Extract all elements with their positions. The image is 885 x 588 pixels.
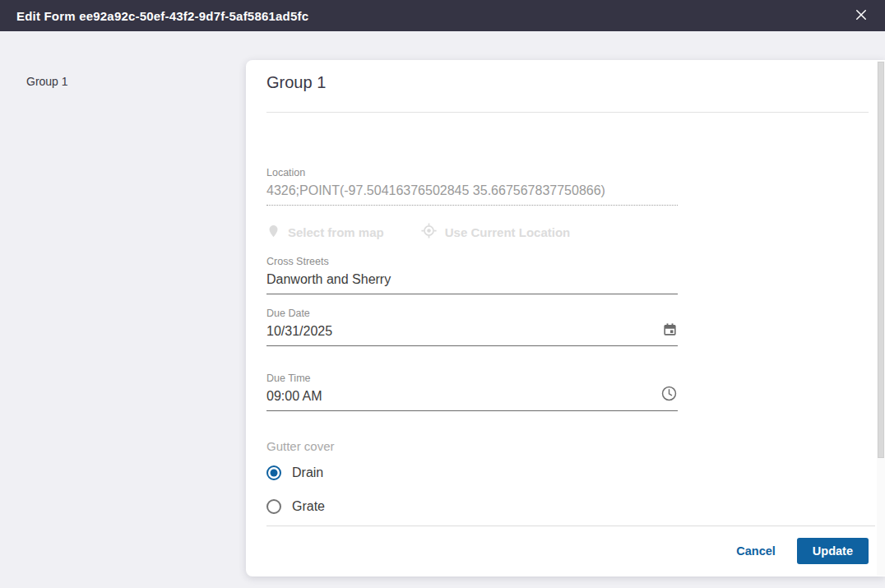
radio-unselected-icon[interactable] (266, 499, 281, 514)
use-current-location-label: Use Current Location (445, 225, 571, 239)
sidebar-item-group-1[interactable]: Group 1 (26, 75, 68, 88)
select-from-map-label: Select from map (288, 225, 384, 239)
radio-option-label: Drain (292, 465, 323, 480)
due-time-input[interactable] (266, 389, 678, 411)
use-current-location-button[interactable]: Use Current Location (420, 222, 571, 242)
panel-title: Group 1 (266, 73, 326, 92)
form-panel: Group 1 Location Select from map (246, 60, 885, 576)
clock-icon[interactable] (660, 385, 678, 405)
close-icon (854, 7, 869, 25)
calendar-icon[interactable] (662, 322, 678, 340)
panel-scrollbar[interactable] (877, 61, 885, 576)
radio-option-drain[interactable]: Drain (266, 465, 335, 480)
radio-option-label: Grate (292, 499, 325, 514)
close-button[interactable] (850, 5, 872, 26)
modal-title: Edit Form ee92a92c-50ef-43f2-9d7f-5af586… (16, 9, 308, 23)
due-time-label: Due Time (266, 373, 678, 384)
update-button[interactable]: Update (797, 538, 869, 564)
due-date-label: Due Date (266, 308, 678, 319)
scrollbar-thumb[interactable] (878, 62, 884, 458)
due-time-field: Due Time (266, 373, 678, 411)
location-label: Location (266, 167, 678, 178)
radio-selected-icon[interactable] (266, 465, 281, 480)
location-input (266, 183, 678, 206)
cross-streets-field: Cross Streets (266, 256, 678, 294)
due-date-input[interactable] (266, 324, 678, 346)
due-date-field: Due Date (266, 308, 678, 346)
cross-streets-input[interactable] (266, 272, 678, 294)
gutter-cover-label: Gutter cover (266, 439, 335, 453)
footer-divider (266, 525, 875, 526)
location-field: Location (266, 167, 678, 206)
footer-actions: Cancel Update (736, 538, 869, 564)
crosshair-target-icon (420, 222, 438, 242)
edit-form-modal: Edit Form ee92a92c-50ef-43f2-9d7f-5af586… (0, 0, 885, 588)
title-divider (266, 112, 869, 113)
select-from-map-button[interactable]: Select from map (266, 222, 384, 242)
map-actions: Select from map Use Current Location (266, 222, 570, 242)
gutter-cover-group: Gutter cover Drain Grate (266, 439, 335, 533)
cancel-button[interactable]: Cancel (736, 544, 776, 558)
modal-header: Edit Form ee92a92c-50ef-43f2-9d7f-5af586… (0, 0, 885, 31)
radio-option-grate[interactable]: Grate (266, 499, 335, 514)
location-pin-icon (266, 223, 280, 242)
cross-streets-label: Cross Streets (266, 256, 678, 267)
